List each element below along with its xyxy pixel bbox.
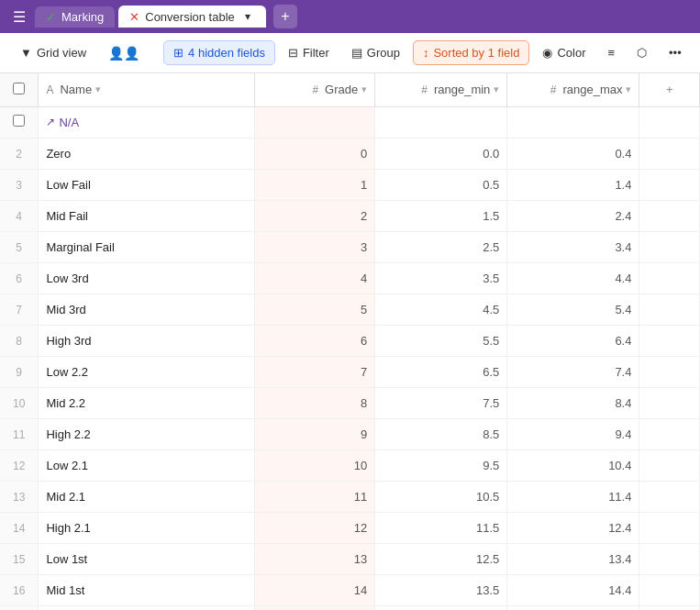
row-checkbox-cell[interactable]: 3 [0, 169, 39, 200]
table-row: 15Low 1st1312.513.4 [0, 543, 700, 574]
table-row: 14High 2.11211.512.4 [0, 512, 700, 543]
row-checkbox-cell[interactable]: 15 [0, 543, 39, 574]
range-min-col-icon: # [421, 83, 428, 96]
row-checkbox-cell[interactable]: 4 [0, 200, 39, 231]
density-icon: ≡ [607, 46, 615, 60]
table-row: 5Marginal Fail32.53.4 [0, 231, 700, 262]
row-checkbox-cell[interactable]: 8 [0, 325, 39, 356]
row-checkbox-cell[interactable]: 12 [0, 449, 39, 481]
tab-conversion[interactable]: ✕ Conversion table ▾ [118, 6, 266, 28]
row-checkbox-cell[interactable]: 13 [0, 481, 39, 512]
range-max-cell: 5.4 [507, 294, 639, 325]
view-toggle-button[interactable]: ▼ Grid view [11, 41, 95, 64]
row-checkbox-cell[interactable]: 7 [0, 294, 39, 325]
data-table: A Name ▾ # Grade ▾ # range_min [0, 73, 700, 610]
range-min-cell: 13.5 [375, 574, 507, 605]
hidden-fields-button[interactable]: ⊞ 4 hidden fields [163, 40, 275, 65]
header-row: A Name ▾ # Grade ▾ # range_min [0, 73, 700, 106]
row-checkbox-cell[interactable]: 14 [0, 512, 39, 543]
row-checkbox-cell[interactable]: 6 [0, 262, 39, 294]
grid-container: A Name ▾ # Grade ▾ # range_min [0, 73, 700, 610]
range-max-cell: 3.4 [507, 231, 639, 262]
row-checkbox-cell[interactable]: 17 [0, 605, 39, 610]
group-label: Group [367, 46, 400, 60]
share-button[interactable]: ⬡ [628, 41, 656, 64]
view-toggle-icon: ▼ [20, 46, 32, 60]
toolbar: ▼ Grid view 👤👤 ⊞ 4 hidden fields ⊟ Filte… [0, 33, 700, 73]
name-cell: High 1st [39, 605, 255, 610]
select-all-checkbox[interactable] [13, 83, 25, 94]
table-row: 16Mid 1st1413.514.4 [0, 574, 700, 605]
table-row: 7Mid 3rd54.55.4 [0, 294, 700, 325]
grade-cell: 1 [255, 169, 375, 200]
range-max-cell: 6.4 [507, 325, 639, 356]
grade-cell [255, 106, 375, 138]
new-tab-button[interactable]: + [273, 5, 297, 28]
range-min-cell: 2.5 [375, 231, 507, 262]
range-min-cell: 10.5 [375, 481, 507, 512]
header-grade[interactable]: # Grade ▾ [255, 73, 375, 106]
range-min-col-arrow: ▾ [494, 83, 499, 95]
range-max-cell: 1.4 [507, 169, 639, 200]
more-button[interactable]: ••• [660, 41, 691, 64]
table-row: 8High 3rd65.56.4 [0, 325, 700, 356]
hidden-fields-icon: ⊞ [173, 46, 183, 60]
row-number: 5 [16, 241, 22, 254]
filter-button[interactable]: ⊟ Filter [279, 41, 339, 64]
tab-close-icon[interactable]: ▾ [240, 9, 255, 24]
add-col-cell [639, 325, 700, 356]
header-name[interactable]: A Name ▾ [39, 73, 255, 106]
row-number: 11 [13, 428, 25, 441]
row-checkbox-cell[interactable]: 16 [0, 574, 39, 605]
range-min-cell [375, 106, 507, 138]
sort-icon: ↕ [423, 46, 429, 60]
row-checkbox-cell[interactable]: 2 [0, 138, 39, 169]
header-range-max[interactable]: # range_max ▾ [507, 73, 639, 106]
sort-button[interactable]: ↕ Sorted by 1 field [413, 40, 529, 65]
expand-icon[interactable]: ↗ [46, 116, 55, 128]
row-checkbox[interactable] [13, 115, 25, 127]
range-min-cell: 14.5 [375, 605, 507, 610]
header-range-min[interactable]: # range_min ▾ [375, 73, 507, 106]
add-col-cell [639, 169, 700, 200]
row-number: 2 [16, 148, 22, 161]
row-checkbox-cell[interactable]: 5 [0, 231, 39, 262]
row-checkbox-cell[interactable] [0, 106, 39, 138]
row-number: 13 [13, 491, 25, 504]
share-icon: ⬡ [637, 46, 647, 60]
header-checkbox[interactable] [0, 73, 39, 106]
row-number: 4 [16, 210, 22, 223]
grade-cell: 3 [255, 231, 375, 262]
grade-cell: 15 [255, 605, 375, 610]
table-row: 12Low 2.1109.510.4 [0, 449, 700, 481]
name-cell: Low 1st [39, 543, 255, 574]
grade-col-label: Grade [325, 83, 358, 96]
row-checkbox-cell[interactable]: 9 [0, 356, 39, 387]
table-row: 11High 2.298.59.4 [0, 418, 700, 449]
name-cell: Mid 2.1 [39, 481, 255, 512]
color-button[interactable]: ◉ Color [533, 41, 594, 64]
row-number: 3 [16, 179, 22, 192]
density-button[interactable]: ≡ [598, 41, 624, 64]
table-row: 17High 1st1514.515.4 [0, 605, 700, 610]
range-min-cell: 11.5 [375, 512, 507, 543]
tab-marking[interactable]: ✓ Marking [35, 6, 115, 28]
tab-bar: ☰ ✓ Marking ✕ Conversion table ▾ + [0, 0, 700, 33]
row-checkbox-cell[interactable]: 10 [0, 387, 39, 418]
range-min-cell: 5.5 [375, 325, 507, 356]
row-number: 15 [13, 553, 25, 566]
name-cell: Mid 1st [39, 574, 255, 605]
collaborators-button[interactable]: 👤👤 [99, 41, 149, 65]
hamburger-menu-icon[interactable]: ☰ [7, 5, 31, 29]
name-cell: ↗N/A [39, 106, 255, 138]
name-col-arrow: ▾ [95, 83, 101, 95]
header-add-col[interactable]: + [639, 73, 700, 106]
name-cell: Low 3rd [39, 262, 255, 294]
grade-cell: 11 [255, 481, 375, 512]
name-cell: High 2.2 [39, 418, 255, 449]
row-checkbox-cell[interactable]: 11 [0, 418, 39, 449]
row-number: 12 [13, 460, 25, 472]
name-cell: High 2.1 [39, 512, 255, 543]
group-button[interactable]: ▤ Group [342, 41, 409, 64]
table-row: 4Mid Fail21.52.4 [0, 200, 700, 231]
